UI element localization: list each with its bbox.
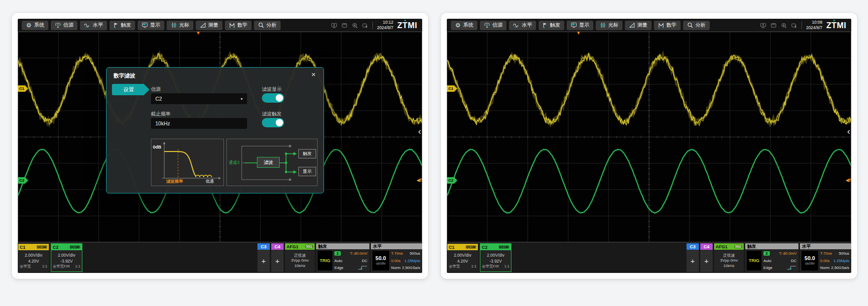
trigger-level-marker[interactable]: ◀T xyxy=(846,178,851,183)
signal-flow-diagram: 通道2 滤波 触发 显示 xyxy=(226,139,318,186)
menu-source-button[interactable]: 信源 xyxy=(480,21,506,30)
menu-trigger-button[interactable]: 触发 xyxy=(539,21,564,30)
c2-scale: 2.00V/div xyxy=(487,253,504,258)
menu-cursor-button[interactable]: 光标 xyxy=(596,21,622,30)
trigger-level-marker[interactable]: ◀T xyxy=(417,178,422,183)
channel-c4-add[interactable]: C4+ xyxy=(271,243,284,272)
cutoff-input[interactable]: 10kHz xyxy=(151,118,247,129)
sample-rate: 2.50GSa/s xyxy=(831,266,849,270)
menu-label: 测量 xyxy=(208,22,218,29)
c1-coupling-badge: DC1M xyxy=(36,245,47,249)
filter-display-label: 滤波显示 xyxy=(262,86,282,93)
channel-c4-add[interactable]: C4+ xyxy=(700,243,713,272)
menu-measure-button[interactable]: 测量 xyxy=(625,21,651,30)
add-channel-icon[interactable]: + xyxy=(700,250,713,272)
menu-math-button[interactable]: 数学 xyxy=(225,21,252,30)
divider xyxy=(372,22,373,29)
horizontal-section-title: 水平 xyxy=(800,243,851,249)
menu-label: 光标 xyxy=(608,22,618,29)
c2-scale: 2.00V/div xyxy=(58,253,75,258)
screen-mirror-icon[interactable] xyxy=(331,23,337,28)
menu-source-button[interactable]: 信源 xyxy=(51,21,77,30)
cutoff-freq-label: 滤波频率 xyxy=(166,179,183,185)
timebase-unit: us/div xyxy=(805,262,815,266)
menu-cursor-button[interactable]: 光标 xyxy=(167,21,193,30)
network-touch-icon[interactable] xyxy=(352,23,358,28)
measure-triangle-icon xyxy=(200,22,206,28)
lowpass-label: 低通 xyxy=(206,179,214,185)
close-icon[interactable]: × xyxy=(308,70,319,79)
tab-settings[interactable]: 设置 xyxy=(112,84,149,95)
add-channel-icon[interactable]: + xyxy=(271,250,284,272)
storage-icon[interactable] xyxy=(341,23,348,28)
channel2-source-label: 通道2 xyxy=(229,160,240,166)
menu-analysis-button[interactable]: 分析 xyxy=(254,21,281,30)
toggle-knob xyxy=(276,94,283,102)
menu-analysis-button[interactable]: 分析 xyxy=(683,21,710,30)
c2-bandwidth: 全带宽FIR xyxy=(482,264,499,268)
channel-c2-info[interactable]: C2DC1M 2.00V/div -3.92V 全带宽FIR1:1 xyxy=(51,243,82,272)
clock: 10:08 2024/8/7 xyxy=(806,20,822,30)
trigger-section[interactable]: 触发 TRIG 2T:-80.0mV AutoDC Edge xyxy=(745,243,798,272)
edge-slope-icon xyxy=(787,266,796,270)
gesture-icon[interactable] xyxy=(791,23,797,28)
menu-measure-button[interactable]: 测量 xyxy=(196,21,222,30)
c1-probe: 1:1 xyxy=(471,264,476,268)
filter-display-toggle[interactable] xyxy=(262,93,284,103)
date: 2024/8/7 xyxy=(806,25,822,31)
afg1-info[interactable]: AFG150Ω 正弦波 3Vpp 0mv 10kHz xyxy=(714,243,744,272)
filter-trigger-toggle[interactable] xyxy=(262,118,284,127)
menu-system-button[interactable]: 系统 xyxy=(22,21,48,30)
waveform-display: C1 C2 ▼ ◀T ‹ 数字滤波 × 设置 信源 C2▾ 滤波显示 截止频率 … xyxy=(18,32,422,242)
c2-bandwidth: 全带宽FIR xyxy=(53,264,70,268)
trigger-section[interactable]: 触发 TRIG 2T:-80.0mV AutoDC Edge xyxy=(316,243,369,272)
horizontal-section[interactable]: 水平 50.0 us/div T-Time500us 0.00s1.25Mpts… xyxy=(800,243,851,272)
divider xyxy=(801,22,802,29)
menu-trigger-button[interactable]: 触发 xyxy=(109,21,135,30)
menu-label: 显示 xyxy=(579,22,589,29)
channel-c3-add[interactable]: C3+ xyxy=(687,243,699,272)
afg-name: AFG1 xyxy=(287,244,298,249)
menu-label: 水平 xyxy=(522,22,532,29)
storage-icon[interactable] xyxy=(770,23,777,28)
network-touch-icon[interactable] xyxy=(781,23,787,28)
timebase-box: 50.0 us/div xyxy=(372,251,389,270)
c1-name: C1 xyxy=(20,245,26,250)
c1-name: C1 xyxy=(449,245,455,250)
menu-system-button[interactable]: 系统 xyxy=(451,21,477,30)
source-value: C2 xyxy=(155,96,162,102)
menu-label: 分析 xyxy=(266,22,277,29)
source-dropdown[interactable]: C2▾ xyxy=(151,93,247,104)
add-channel-icon[interactable]: + xyxy=(687,250,699,272)
side-panel-collapse-arrow[interactable]: ‹ xyxy=(847,126,850,136)
menu-horizontal-button[interactable]: 水平 xyxy=(80,21,107,30)
flow-trigger-button[interactable]: 触发 xyxy=(298,149,316,158)
add-channel-icon[interactable]: + xyxy=(257,250,270,272)
channel-c1-info[interactable]: C1DC1M 2.00V/div 4.20V 全带宽1:1 xyxy=(447,243,478,272)
afg1-info[interactable]: AFG150Ω 正弦波 3Vpp 0mv 10kHz xyxy=(285,243,315,272)
channel-c1-info[interactable]: C1DC1M 2.00V/div 4.20V 全带宽1:1 xyxy=(18,243,49,272)
menu-horizontal-button[interactable]: 水平 xyxy=(509,21,536,30)
c4-name: C4 xyxy=(271,243,284,250)
gesture-icon[interactable] xyxy=(362,23,368,28)
horizontal-section[interactable]: 水平 50.0 us/div T-Time500us 0.00s1.25Mpts… xyxy=(371,243,422,272)
math-m-icon xyxy=(658,22,664,28)
side-panel-collapse-arrow[interactable]: ‹ xyxy=(418,126,421,136)
cutoff-value: 10kHz xyxy=(155,120,170,126)
c1-scale: 2.00V/div xyxy=(454,253,471,258)
c1-bandwidth: 全带宽 xyxy=(20,264,31,268)
screen-mirror-icon[interactable] xyxy=(760,23,766,28)
menu-math-button[interactable]: 数学 xyxy=(654,21,681,30)
menu-label: 数学 xyxy=(237,22,248,29)
menu-display-button[interactable]: 显示 xyxy=(138,21,164,30)
cursor-grid-icon xyxy=(600,22,606,28)
menu-label: 测量 xyxy=(637,22,648,29)
menu-label: 系统 xyxy=(463,22,473,29)
menu-display-button[interactable]: 显示 xyxy=(567,21,593,30)
channel-c2-info[interactable]: C2DC1M 2.00V/div -3.92V 全带宽FIR1:1 xyxy=(480,243,511,272)
trigger-coupling: DC xyxy=(362,259,367,263)
flow-display-button[interactable]: 显示 xyxy=(298,167,316,176)
channel-c3-add[interactable]: C3+ xyxy=(257,243,270,272)
scope-panel-left: 系统 信源 水平 触发 显示 光标 测量 数学 分析 10:12 2024 xyxy=(12,13,428,279)
signal-source-icon xyxy=(55,22,61,28)
